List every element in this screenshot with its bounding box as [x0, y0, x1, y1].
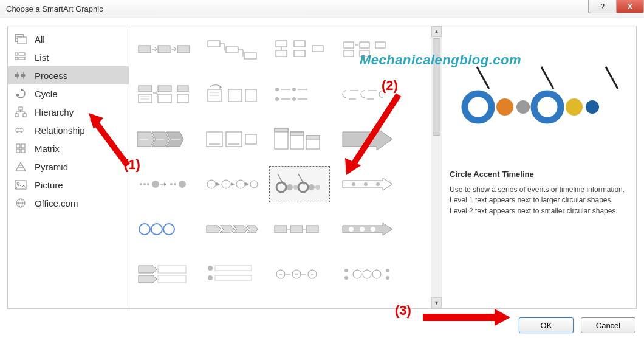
gallery-item[interactable] — [337, 211, 398, 247]
svg-rect-116 — [158, 275, 186, 283]
svg-rect-74 — [245, 134, 256, 144]
hierarchy-icon — [14, 106, 27, 117]
svg-point-133 — [386, 276, 389, 280]
gallery-item[interactable] — [133, 76, 194, 112]
svg-rect-50 — [177, 86, 188, 92]
gallery-item[interactable] — [201, 211, 262, 247]
sidebar-item-label: Pyramid — [35, 162, 68, 172]
gallery-item[interactable] — [269, 31, 330, 67]
svg-point-90 — [179, 181, 186, 188]
svg-line-142 — [606, 67, 618, 89]
svg-rect-7 — [19, 57, 25, 60]
svg-point-141 — [586, 100, 599, 114]
svg-point-83 — [140, 183, 142, 185]
sidebar-item-label: Cycle — [35, 89, 58, 99]
gallery-item-selected[interactable] — [269, 166, 330, 202]
svg-rect-18 — [16, 149, 20, 153]
svg-rect-37 — [294, 50, 305, 57]
svg-rect-39 — [344, 42, 354, 48]
gallery-item[interactable] — [269, 121, 330, 157]
dialog-content: All List Process Cycle Hierarchy — [7, 26, 637, 309]
sidebar-item-hierarchy[interactable]: Hierarchy — [8, 103, 129, 121]
svg-point-127 — [344, 269, 348, 272]
gallery-item[interactable] — [133, 256, 194, 292]
gallery-item[interactable] — [337, 121, 398, 157]
sidebar-item-label: Picture — [35, 180, 63, 190]
svg-rect-48 — [158, 86, 171, 92]
sidebar-item-list[interactable]: List — [8, 48, 129, 66]
process-icon — [14, 70, 27, 81]
preview-canvas — [450, 33, 629, 161]
annotation-arrow-3 — [419, 305, 516, 331]
svg-rect-10 — [15, 114, 18, 117]
sidebar-item-relationship[interactable]: Relationship — [8, 121, 129, 139]
cancel-button[interactable]: Cancel — [581, 317, 635, 333]
close-button[interactable]: X — [616, 0, 644, 13]
gallery-item[interactable] — [133, 121, 194, 157]
sidebar-item-matrix[interactable]: Matrix — [8, 139, 129, 157]
svg-point-129 — [353, 270, 361, 278]
gallery-item[interactable] — [201, 166, 262, 202]
svg-rect-56 — [245, 89, 256, 102]
sidebar-item-label: All — [35, 34, 45, 44]
svg-rect-111 — [306, 226, 318, 233]
gallery-item[interactable] — [269, 256, 330, 292]
gallery-item[interactable] — [269, 211, 330, 247]
preview-description: Use to show a series of events or timeli… — [450, 185, 629, 216]
svg-point-106 — [139, 224, 150, 235]
gallery-item[interactable] — [337, 256, 398, 292]
gallery-item[interactable] — [269, 76, 330, 112]
svg-point-114 — [371, 227, 375, 232]
gallery-item[interactable] — [337, 76, 398, 112]
help-button[interactable]: ? — [588, 0, 616, 13]
gallery-item[interactable] — [201, 31, 262, 67]
svg-rect-45 — [139, 94, 152, 103]
svg-rect-33 — [276, 41, 287, 47]
sidebar-item-label: Relationship — [35, 125, 85, 136]
window-title: Choose a SmartArt Graphic — [6, 4, 103, 13]
sidebar-item-label: Process — [35, 71, 67, 81]
category-sidebar: All List Process Cycle Hierarchy — [8, 26, 129, 308]
ok-button[interactable]: OK — [519, 317, 574, 333]
gallery-item[interactable] — [133, 211, 194, 247]
svg-point-108 — [163, 224, 174, 235]
svg-rect-38 — [312, 46, 323, 52]
scroll-thumb[interactable] — [433, 38, 440, 136]
svg-rect-43 — [375, 42, 385, 48]
gallery-item[interactable] — [337, 31, 398, 67]
sidebar-item-cycle[interactable]: Cycle — [8, 84, 129, 103]
gallery-item[interactable] — [133, 166, 194, 202]
sidebar-item-process[interactable]: Process — [8, 66, 129, 84]
svg-point-104 — [364, 182, 368, 186]
svg-rect-3 — [18, 37, 26, 44]
gallery-item[interactable] — [201, 256, 262, 292]
cycle-icon — [14, 88, 27, 99]
svg-rect-17 — [21, 144, 25, 148]
gallery-item[interactable] — [133, 31, 194, 67]
svg-point-23 — [17, 182, 19, 185]
matrix-icon — [14, 143, 27, 154]
preview-panel: Circle Accent Timeline Use to show a ser… — [442, 26, 636, 308]
svg-rect-5 — [19, 53, 25, 55]
scroll-up-arrow[interactable]: ▲ — [431, 26, 442, 37]
svg-point-63 — [292, 97, 296, 101]
svg-point-59 — [292, 88, 296, 91]
sidebar-item-officecom[interactable]: Office.com — [8, 194, 129, 212]
gallery-item[interactable] — [201, 121, 262, 157]
sidebar-item-picture[interactable]: Picture — [8, 176, 129, 194]
svg-point-89 — [174, 183, 176, 185]
gallery-item[interactable] — [201, 76, 262, 112]
sidebar-item-all[interactable]: All — [8, 30, 129, 48]
gallery-item[interactable] — [337, 166, 398, 202]
svg-rect-55 — [228, 89, 242, 102]
svg-point-101 — [309, 184, 315, 190]
svg-rect-8 — [17, 94, 19, 96]
smartart-gallery: ▲ ▼ — [129, 26, 442, 308]
svg-rect-28 — [158, 46, 170, 53]
gallery-scrollbar[interactable]: ▲ ▼ — [431, 26, 442, 308]
svg-point-105 — [376, 182, 380, 186]
svg-point-97 — [287, 184, 293, 190]
sidebar-item-pyramid[interactable]: Pyramid — [8, 157, 129, 176]
svg-point-117 — [208, 266, 213, 271]
scroll-down-arrow[interactable]: ▼ — [431, 297, 442, 308]
